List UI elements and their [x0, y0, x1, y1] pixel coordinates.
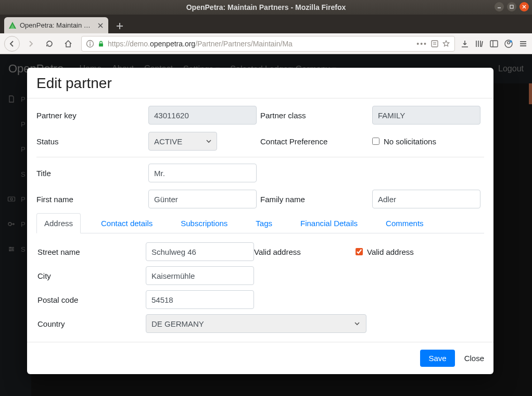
- svg-rect-12: [90, 43, 90, 46]
- svg-point-11: [90, 42, 91, 43]
- tab-close-icon[interactable]: [97, 22, 104, 29]
- page-actions-icon[interactable]: •••: [416, 40, 427, 48]
- reload-icon: [45, 40, 54, 48]
- tab-comments[interactable]: Comments: [378, 213, 432, 233]
- tab-address[interactable]: Address: [36, 213, 81, 233]
- modal-footer: Save Close: [27, 342, 493, 374]
- window-minimize-button[interactable]: [495, 2, 504, 11]
- family-name-field[interactable]: [372, 190, 480, 208]
- label-valid-address: Valid address: [254, 247, 356, 256]
- label-partner-class: Partner class: [260, 111, 372, 120]
- tab-subscriptions[interactable]: Subscriptions: [173, 213, 235, 233]
- label-contact-pref: Contact Preference: [260, 137, 372, 146]
- bookmark-star-icon[interactable]: [442, 40, 450, 48]
- minimize-icon: [497, 4, 502, 9]
- label-status: Status: [36, 137, 148, 146]
- first-name-field[interactable]: [148, 190, 257, 208]
- nav-reload-button[interactable]: [42, 36, 57, 52]
- modal-body: Partner key Partner class Status ACTIVE …: [27, 98, 493, 342]
- country-select[interactable]: DE GERMANY: [146, 314, 366, 333]
- label-country: Country: [37, 319, 146, 328]
- valid-address-text: Valid address: [367, 247, 414, 256]
- no-solicitations-checkbox[interactable]: [372, 138, 379, 145]
- close-icon: [522, 4, 527, 9]
- reader-mode-icon[interactable]: [430, 40, 439, 48]
- sidebar-icon[interactable]: [489, 39, 499, 48]
- window-close-button[interactable]: [520, 2, 529, 11]
- city-field[interactable]: [146, 266, 254, 285]
- svg-point-20: [508, 41, 510, 44]
- tab-contact-details[interactable]: Contact details: [93, 213, 160, 233]
- url-bar[interactable]: https://demo.openpetra.org/Partner/Partn…: [81, 36, 455, 52]
- label-title: Title: [36, 169, 148, 178]
- label-city: City: [37, 271, 146, 280]
- plus-icon: [116, 22, 124, 30]
- page-content: OpenPetra Home About Contact Settings ▾ …: [0, 54, 532, 396]
- site-info-icon[interactable]: [86, 40, 94, 48]
- svg-rect-13: [99, 43, 103, 46]
- modal-header: Edit partner: [27, 68, 493, 98]
- window-titlebar: OpenPetra: Maintain Partners - Mozilla F…: [0, 0, 532, 15]
- nav-home-button[interactable]: [60, 36, 76, 52]
- partner-class-field[interactable]: [372, 106, 480, 125]
- browser-toolbar: https://demo.openpetra.org/Partner/Partn…: [0, 33, 532, 54]
- arrow-left-icon: [8, 40, 16, 48]
- status-select[interactable]: ACTIVE: [148, 132, 217, 151]
- edit-partner-modal: Edit partner Partner key Partner class S…: [27, 68, 493, 374]
- browser-tab-strip: OpenPetra: Maintain Par: [0, 15, 532, 33]
- divider: [36, 157, 484, 157]
- label-no-solicitations: No solicitations: [384, 137, 436, 146]
- downloads-icon[interactable]: [460, 39, 470, 48]
- close-button[interactable]: Close: [464, 354, 484, 363]
- save-button[interactable]: Save: [420, 350, 454, 367]
- svg-rect-1: [510, 5, 513, 8]
- street-field[interactable]: [146, 242, 254, 261]
- label-postal: Postal code: [37, 295, 146, 304]
- svg-rect-17: [490, 41, 498, 47]
- browser-tab-label: OpenPetra: Maintain Par: [20, 21, 94, 29]
- svg-rect-14: [432, 41, 438, 47]
- label-family-name: Family name: [260, 195, 372, 204]
- svg-point-21: [510, 40, 512, 42]
- url-text: https://demo.openpetra.org/Partner/Partn…: [108, 40, 413, 48]
- tab-tags[interactable]: Tags: [248, 213, 280, 233]
- window-title: OpenPetra: Maintain Partners - Mozilla F…: [186, 3, 346, 11]
- modal-title: Edit partner: [36, 75, 484, 92]
- account-icon[interactable]: [504, 39, 513, 48]
- library-icon[interactable]: [475, 39, 484, 48]
- window-maximize-button[interactable]: [507, 2, 516, 11]
- tab-financial-details[interactable]: Financial Details: [293, 213, 365, 233]
- lock-icon: [97, 40, 105, 47]
- home-icon: [64, 40, 72, 48]
- label-partner-key: Partner key: [36, 111, 148, 120]
- nav-back-button[interactable]: [4, 36, 20, 52]
- modal-tabs: Address Contact details Subscriptions Ta…: [36, 213, 484, 233]
- label-first-name: First name: [36, 195, 148, 204]
- new-tab-button[interactable]: [112, 19, 127, 33]
- chevron-down-icon: [353, 319, 361, 328]
- postal-field[interactable]: [146, 290, 254, 309]
- arrow-right-icon: [27, 40, 35, 48]
- label-street: Street name: [37, 247, 146, 256]
- title-field[interactable]: [148, 164, 257, 182]
- partner-key-field[interactable]: [148, 106, 257, 125]
- valid-address-checkbox[interactable]: [356, 248, 363, 255]
- maximize-icon: [509, 4, 514, 9]
- menu-icon[interactable]: [518, 39, 528, 48]
- browser-tab-active[interactable]: OpenPetra: Maintain Par: [4, 17, 108, 33]
- favicon-icon: [8, 21, 17, 30]
- tab-pane-address: Street name Valid address Valid address …: [36, 233, 484, 339]
- nav-forward-button[interactable]: [23, 36, 39, 52]
